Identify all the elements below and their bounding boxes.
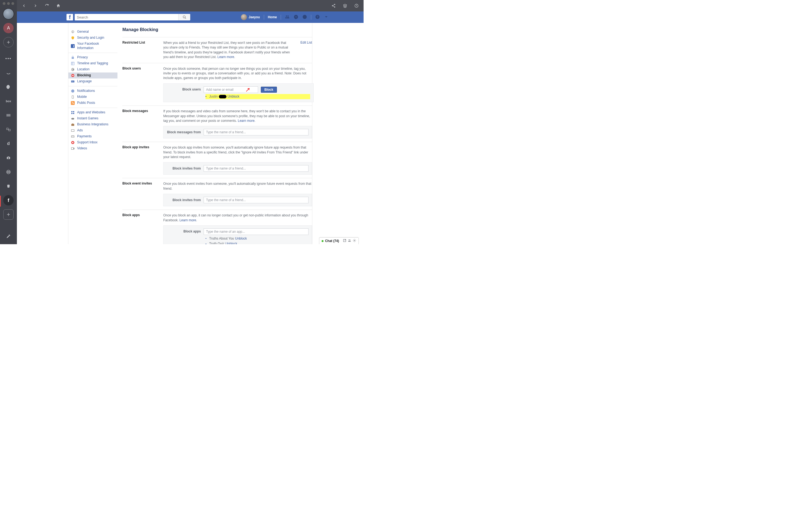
nav-home-button[interactable] <box>55 2 62 9</box>
sidebar-item-apps[interactable]: Apps and Websites <box>68 110 117 116</box>
search-input[interactable] <box>75 14 178 20</box>
rail-active-marker <box>0 196 1 207</box>
block-button[interactable]: Block <box>261 87 277 93</box>
sidebar-label: Instant Games <box>77 116 98 121</box>
mobile-icon <box>71 95 75 99</box>
sidebar-item-language[interactable]: A文Language <box>68 78 117 85</box>
chat-people-icon[interactable] <box>348 239 351 243</box>
sidebar-item-blocking[interactable]: Blocking <box>68 72 117 78</box>
nav-history-icon[interactable] <box>353 2 360 9</box>
nav-layers-icon[interactable] <box>342 2 348 9</box>
timeline-icon <box>71 61 75 66</box>
rail-translate-icon[interactable] <box>3 124 14 135</box>
block-apps-label: Block apps <box>167 229 201 234</box>
sidebar-item-payments[interactable]: Payments <box>68 134 117 140</box>
rail-user-avatar[interactable] <box>3 9 14 19</box>
block-apps-input[interactable] <box>204 228 308 235</box>
sidebar-item-ads[interactable]: Ads <box>68 128 117 134</box>
home-link[interactable]: Home <box>268 15 277 19</box>
rail-d-icon[interactable]: d <box>3 138 14 149</box>
rail-hangouts-icon[interactable] <box>3 82 14 92</box>
settings-sidebar: General Security and Login fYour Faceboo… <box>68 27 117 244</box>
sidebar-item-privacy[interactable]: Privacy <box>68 54 117 61</box>
unblock-link[interactable]: Unblock <box>235 236 247 241</box>
sidebar-label: Videos <box>77 146 87 151</box>
user-profile-link[interactable]: Jaeyou <box>241 14 260 20</box>
section-body: If you block messages and video calls fr… <box>163 109 312 138</box>
rail-box-icon[interactable]: box <box>3 96 14 106</box>
nav-back-button[interactable] <box>21 2 27 9</box>
edit-list-link[interactable]: Edit List <box>300 41 312 44</box>
help-icon[interactable]: ? <box>315 15 320 20</box>
unblock-link[interactable]: Unblock <box>225 241 237 244</box>
chat-settings-icon[interactable] <box>353 239 356 243</box>
sidebar-item-mobile[interactable]: Mobile <box>68 94 117 100</box>
chat-widget[interactable]: Chat (74) <box>319 237 359 244</box>
nav-forward-button[interactable] <box>32 2 39 9</box>
notifications-icon[interactable] <box>302 15 307 20</box>
rail-add-workspace[interactable] <box>3 37 14 47</box>
sidebar-item-info[interactable]: fYour Facebook Information <box>68 41 117 51</box>
rail-more-icon[interactable]: ••• <box>3 53 14 64</box>
dropdown-icon[interactable] <box>324 15 329 20</box>
rail-facebook-icon[interactable]: f <box>3 195 14 206</box>
sidebar-item-business[interactable]: Business Integrations <box>68 121 117 128</box>
rail-settings-icon[interactable] <box>3 231 14 241</box>
section-block-event-invites: Block event invites Once you block event… <box>122 178 312 210</box>
sidebar-label: Mobile <box>77 95 87 99</box>
chat-compose-icon[interactable] <box>343 239 346 243</box>
lock-icon <box>71 55 75 60</box>
block-event-invites-label: Block invites from <box>167 198 201 203</box>
annotation-arrow <box>245 87 251 92</box>
search-button[interactable] <box>178 14 190 20</box>
section-restricted: Restricted List When you add a friend to… <box>122 37 312 63</box>
rail-add-app[interactable] <box>3 209 14 220</box>
learn-more-link[interactable]: Learn more <box>238 119 254 123</box>
svg-point-9 <box>303 15 307 19</box>
nav-reload-button[interactable] <box>44 2 50 9</box>
blocked-app-row: ▪ Truths About You Unblock <box>206 236 308 241</box>
blocked-app-name: Truths About You <box>209 236 234 241</box>
sidebar-item-videos[interactable]: Videos <box>68 145 117 152</box>
friends-icon[interactable] <box>285 15 290 20</box>
sidebar-item-notifications[interactable]: Notifications <box>68 88 117 94</box>
sidebar-item-games[interactable]: Instant Games <box>68 116 117 121</box>
svg-point-8 <box>183 16 185 18</box>
sidebar-item-public-posts[interactable]: Public Posts <box>68 100 117 106</box>
gear-icon <box>71 30 75 34</box>
blocked-user-row: ▪ Justin Unblock <box>206 94 310 99</box>
sidebar-label: Support Inbox <box>77 140 97 145</box>
sidebar-item-support[interactable]: Support Inbox <box>68 140 117 145</box>
sidebar-item-timeline[interactable]: Timeline and Tagging <box>68 61 117 67</box>
sidebar-item-location[interactable]: Location <box>68 67 117 72</box>
rail-discord-icon[interactable] <box>3 181 14 191</box>
svg-point-4 <box>334 4 335 5</box>
rail-camera-icon[interactable] <box>3 153 14 163</box>
svg-rect-19 <box>72 75 74 76</box>
block-event-invites-input[interactable] <box>204 197 308 203</box>
nav-share-icon[interactable] <box>330 2 337 9</box>
messenger-icon[interactable] <box>294 15 298 20</box>
svg-rect-28 <box>71 113 72 114</box>
rail-workspace-a[interactable]: A <box>3 23 14 33</box>
lifebuoy-icon <box>71 140 75 145</box>
learn-more-link[interactable]: Learn more <box>179 218 196 222</box>
block-messages-input[interactable] <box>204 129 308 136</box>
block-app-invites-input[interactable] <box>204 165 308 172</box>
sidebar-label: Payments <box>77 134 92 139</box>
svg-point-5 <box>332 5 333 6</box>
rail-barcode-icon[interactable] <box>3 110 14 120</box>
rail-teamviewer-icon[interactable] <box>3 167 14 177</box>
unblock-link[interactable]: Unblock <box>228 94 239 99</box>
facebook-logo[interactable]: f <box>67 14 73 20</box>
video-icon <box>71 146 75 151</box>
sidebar-label: Public Posts <box>77 101 95 105</box>
block-users-label: Block users <box>167 87 201 92</box>
redacted-text <box>219 95 227 98</box>
rail-smile-icon[interactable] <box>3 68 14 78</box>
svg-point-39 <box>349 239 349 240</box>
svg-rect-33 <box>71 130 74 132</box>
sidebar-item-security[interactable]: Security and Login <box>68 35 117 41</box>
sidebar-item-general[interactable]: General <box>68 29 117 35</box>
learn-more-link[interactable]: Learn more <box>217 55 234 59</box>
